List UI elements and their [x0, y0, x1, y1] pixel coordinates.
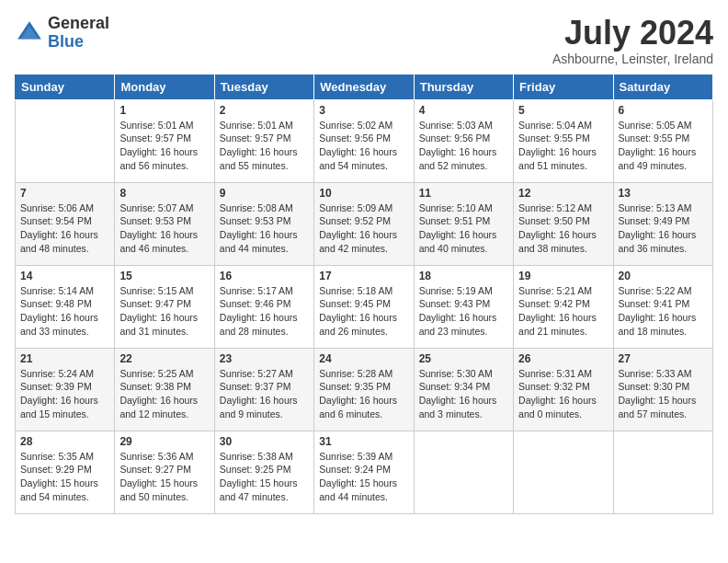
calendar-cell — [414, 431, 513, 513]
calendar-day-header: Saturday — [613, 74, 712, 99]
daylight-text: Daylight: 16 hours and 26 minutes. — [319, 312, 397, 337]
sunrise-text: Sunrise: 5:35 AM — [20, 451, 94, 462]
day-number: 12 — [518, 187, 608, 200]
sunset-text: Sunset: 9:54 PM — [20, 215, 92, 226]
daylight-text: Daylight: 16 hours and 33 minutes. — [20, 312, 98, 337]
calendar-cell: 10Sunrise: 5:09 AMSunset: 9:52 PMDayligh… — [314, 182, 414, 265]
calendar-cell: 2Sunrise: 5:01 AMSunset: 9:57 PMDaylight… — [214, 99, 313, 182]
day-number: 10 — [319, 187, 408, 200]
day-info: Sunrise: 5:36 AMSunset: 9:27 PMDaylight:… — [119, 450, 209, 504]
day-info: Sunrise: 5:22 AMSunset: 9:41 PMDaylight:… — [619, 284, 708, 339]
day-info: Sunrise: 5:01 AMSunset: 9:57 PMDaylight:… — [220, 119, 309, 173]
calendar-table: SundayMondayTuesdayWednesdayThursdayFrid… — [15, 74, 713, 514]
daylight-text: Daylight: 16 hours and 48 minutes. — [20, 229, 98, 254]
calendar-cell: 16Sunrise: 5:17 AMSunset: 9:46 PMDayligh… — [214, 265, 313, 348]
day-info: Sunrise: 5:03 AMSunset: 9:56 PMDaylight:… — [419, 119, 508, 173]
daylight-text: Daylight: 15 hours and 54 minutes. — [20, 477, 98, 502]
sunrise-text: Sunrise: 5:14 AM — [20, 285, 94, 296]
day-number: 13 — [619, 187, 708, 200]
sunrise-text: Sunrise: 5:27 AM — [220, 368, 293, 379]
sunset-text: Sunset: 9:52 PM — [319, 215, 391, 226]
calendar-cell: 18Sunrise: 5:19 AMSunset: 9:43 PMDayligh… — [414, 265, 513, 348]
daylight-text: Daylight: 16 hours and 0 minutes. — [518, 395, 597, 419]
calendar-cell: 20Sunrise: 5:22 AMSunset: 9:41 PMDayligh… — [613, 265, 712, 348]
calendar-cell: 5Sunrise: 5:04 AMSunset: 9:55 PMDaylight… — [514, 99, 613, 182]
calendar-cell: 23Sunrise: 5:27 AMSunset: 9:37 PMDayligh… — [214, 348, 313, 431]
daylight-text: Daylight: 16 hours and 9 minutes. — [220, 395, 298, 419]
daylight-text: Daylight: 16 hours and 56 minutes. — [119, 146, 198, 171]
sunrise-text: Sunrise: 5:21 AM — [518, 285, 592, 296]
calendar-cell — [16, 99, 115, 182]
day-number: 24 — [319, 352, 408, 365]
calendar-header-row: SundayMondayTuesdayWednesdayThursdayFrid… — [16, 74, 713, 99]
day-info: Sunrise: 5:35 AMSunset: 9:29 PMDaylight:… — [20, 450, 109, 504]
sunrise-text: Sunrise: 5:28 AM — [319, 368, 392, 379]
day-number: 31 — [319, 435, 408, 448]
day-info: Sunrise: 5:08 AMSunset: 9:53 PMDaylight:… — [220, 201, 309, 256]
day-number: 27 — [619, 352, 708, 365]
daylight-text: Daylight: 16 hours and 51 minutes. — [518, 146, 597, 171]
day-number: 30 — [220, 435, 309, 448]
sunrise-text: Sunrise: 5:30 AM — [419, 368, 493, 379]
calendar-day-header: Sunday — [16, 74, 115, 99]
day-number: 3 — [319, 104, 408, 117]
daylight-text: Daylight: 16 hours and 18 minutes. — [619, 312, 697, 337]
sunrise-text: Sunrise: 5:38 AM — [220, 451, 293, 462]
day-number: 17 — [319, 270, 408, 282]
sunset-text: Sunset: 9:57 PM — [220, 132, 291, 144]
day-number: 9 — [220, 187, 309, 200]
sunset-text: Sunset: 9:42 PM — [518, 298, 590, 309]
sunrise-text: Sunrise: 5:19 AM — [419, 285, 493, 296]
sunrise-text: Sunrise: 5:12 AM — [518, 202, 592, 213]
daylight-text: Daylight: 16 hours and 12 minutes. — [119, 395, 198, 419]
calendar-day-header: Wednesday — [314, 74, 414, 99]
calendar-day-header: Tuesday — [214, 74, 313, 99]
day-info: Sunrise: 5:27 AMSunset: 9:37 PMDaylight:… — [220, 367, 309, 421]
day-number: 29 — [119, 435, 209, 448]
location-subtitle: Ashbourne, Leinster, Ireland — [552, 52, 713, 66]
daylight-text: Daylight: 16 hours and 52 minutes. — [419, 146, 497, 171]
day-number: 2 — [220, 104, 309, 117]
day-number: 6 — [619, 104, 708, 117]
day-info: Sunrise: 5:17 AMSunset: 9:46 PMDaylight:… — [220, 284, 309, 339]
day-info: Sunrise: 5:05 AMSunset: 9:55 PMDaylight:… — [619, 119, 708, 173]
day-number: 22 — [119, 352, 209, 365]
sunset-text: Sunset: 9:30 PM — [619, 381, 690, 392]
day-info: Sunrise: 5:33 AMSunset: 9:30 PMDaylight:… — [619, 367, 708, 421]
calendar-cell: 31Sunrise: 5:39 AMSunset: 9:24 PMDayligh… — [314, 431, 414, 513]
day-info: Sunrise: 5:38 AMSunset: 9:25 PMDaylight:… — [220, 450, 309, 504]
daylight-text: Daylight: 16 hours and 38 minutes. — [518, 229, 597, 254]
calendar-cell: 21Sunrise: 5:24 AMSunset: 9:39 PMDayligh… — [16, 348, 115, 431]
sunset-text: Sunset: 9:25 PM — [220, 464, 291, 475]
calendar-cell — [613, 431, 712, 513]
sunrise-text: Sunrise: 5:22 AM — [619, 285, 692, 296]
daylight-text: Daylight: 16 hours and 31 minutes. — [119, 312, 198, 337]
calendar-day-header: Friday — [514, 74, 613, 99]
sunrise-text: Sunrise: 5:04 AM — [518, 120, 592, 131]
calendar-week-row: 1Sunrise: 5:01 AMSunset: 9:57 PMDaylight… — [16, 99, 713, 182]
daylight-text: Daylight: 15 hours and 47 minutes. — [220, 477, 298, 502]
calendar-cell: 19Sunrise: 5:21 AMSunset: 9:42 PMDayligh… — [514, 265, 613, 348]
day-info: Sunrise: 5:19 AMSunset: 9:43 PMDaylight:… — [419, 284, 508, 339]
day-info: Sunrise: 5:02 AMSunset: 9:56 PMDaylight:… — [319, 119, 408, 173]
calendar-day-header: Thursday — [414, 74, 513, 99]
daylight-text: Daylight: 16 hours and 3 minutes. — [419, 395, 497, 419]
sunset-text: Sunset: 9:56 PM — [419, 132, 491, 144]
calendar-cell: 24Sunrise: 5:28 AMSunset: 9:35 PMDayligh… — [314, 348, 414, 431]
sunset-text: Sunset: 9:53 PM — [220, 215, 291, 226]
day-info: Sunrise: 5:13 AMSunset: 9:49 PMDaylight:… — [619, 201, 708, 256]
day-info: Sunrise: 5:18 AMSunset: 9:45 PMDaylight:… — [319, 284, 408, 339]
day-number: 11 — [419, 187, 508, 200]
sunrise-text: Sunrise: 5:33 AM — [619, 368, 692, 379]
day-info: Sunrise: 5:30 AMSunset: 9:34 PMDaylight:… — [419, 367, 508, 421]
day-info: Sunrise: 5:39 AMSunset: 9:24 PMDaylight:… — [319, 450, 408, 504]
day-info: Sunrise: 5:12 AMSunset: 9:50 PMDaylight:… — [518, 201, 608, 256]
sunset-text: Sunset: 9:49 PM — [619, 215, 690, 226]
calendar-cell: 6Sunrise: 5:05 AMSunset: 9:55 PMDaylight… — [613, 99, 712, 182]
sunset-text: Sunset: 9:45 PM — [319, 298, 391, 309]
sunset-text: Sunset: 9:56 PM — [319, 132, 391, 144]
title-section: July 2024 Ashbourne, Leinster, Ireland — [552, 15, 713, 66]
day-info: Sunrise: 5:10 AMSunset: 9:51 PMDaylight:… — [419, 201, 508, 256]
sunset-text: Sunset: 9:51 PM — [419, 215, 491, 226]
sunset-text: Sunset: 9:46 PM — [220, 298, 291, 309]
